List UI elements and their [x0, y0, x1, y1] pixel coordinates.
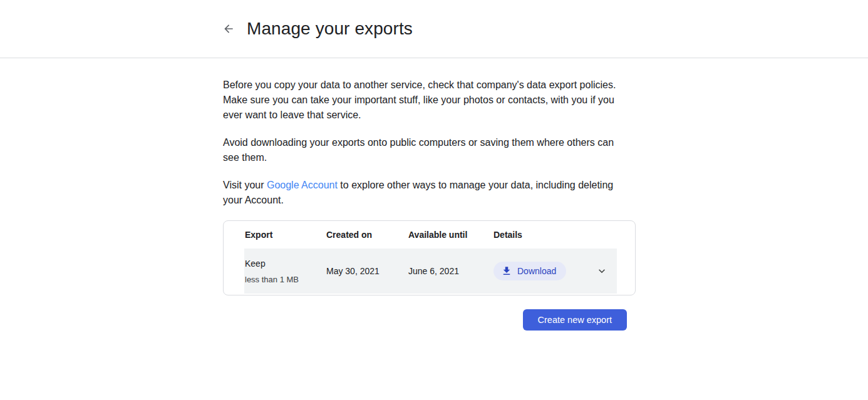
- intro-paragraph-public-computers: Avoid downloading your exports onto publ…: [223, 135, 629, 165]
- back-button[interactable]: [216, 16, 241, 41]
- download-button[interactable]: Download: [493, 262, 566, 280]
- page-header: Manage your exports: [0, 0, 868, 58]
- intro-p3-prefix: Visit your: [223, 180, 267, 190]
- column-header-export: Export: [245, 230, 326, 240]
- exports-card: Export Created on Available until Detail…: [223, 220, 636, 295]
- export-size: less than 1 MB: [245, 275, 326, 284]
- expand-row-button[interactable]: [593, 262, 611, 280]
- download-icon: [501, 265, 512, 277]
- export-available-until: June 6, 2021: [408, 266, 493, 276]
- export-cell: Keep less than 1 MB: [245, 259, 326, 284]
- intro-paragraph-google-account: Visit your Google Account to explore oth…: [223, 178, 629, 208]
- export-details-cell: Download: [493, 249, 617, 294]
- intro-paragraph-policies: Before you copy your data to another ser…: [223, 78, 629, 123]
- page-title: Manage your exports: [247, 19, 413, 39]
- export-product-name: Keep: [245, 259, 326, 269]
- exports-table-header: Export Created on Available until Detail…: [224, 221, 635, 249]
- google-account-link[interactable]: Google Account: [267, 180, 338, 190]
- download-button-label: Download: [517, 266, 556, 276]
- column-header-created-on: Created on: [326, 230, 408, 240]
- main-content: Before you copy your data to another ser…: [0, 78, 868, 295]
- export-table-row: Keep less than 1 MB May 30, 2021 June 6,…: [244, 249, 617, 294]
- footer-actions: Create new export: [223, 309, 636, 331]
- arrow-back-icon: [222, 23, 235, 35]
- chevron-down-icon: [596, 265, 608, 277]
- create-new-export-button[interactable]: Create new export: [523, 309, 627, 331]
- export-created-on: May 30, 2021: [326, 266, 408, 276]
- column-header-available-until: Available until: [408, 230, 493, 240]
- column-header-details: Details: [493, 230, 635, 240]
